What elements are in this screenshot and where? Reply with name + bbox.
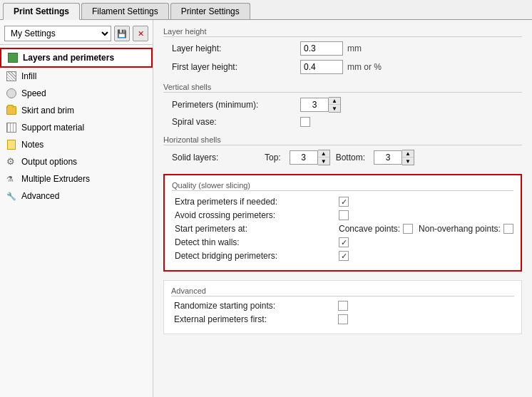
save-preset-button[interactable]: 💾 — [114, 26, 130, 41]
first-layer-height-row: First layer height: mm or % — [163, 60, 522, 74]
horizontal-shells-section: Horizontal shells Solid layers: Top: ▲ ▼… — [163, 135, 522, 165]
detect-thin-label: Detect thin walls: — [175, 237, 339, 247]
spiral-vase-checkbox[interactable] — [300, 117, 310, 127]
perimeters-input[interactable] — [300, 98, 329, 112]
tab-bar: Print Settings Filament Settings Printer… — [0, 0, 532, 20]
non-overhang-checkbox[interactable] — [503, 224, 513, 234]
preset-select[interactable]: My Settings — [4, 26, 111, 41]
external-first-row: External perimeters first: — [171, 314, 514, 324]
detect-thin-row: Detect thin walls: — [172, 237, 513, 247]
vertical-shells-title: Vertical shells — [163, 83, 522, 93]
top-spinner: ▲ ▼ — [290, 150, 330, 165]
avoid-crossing-row: Avoid crossing perimeters: — [172, 210, 513, 220]
tab-filament-settings[interactable]: Filament Settings — [81, 3, 169, 19]
sidebar-item-label: Speed — [21, 88, 46, 98]
sidebar-item-infill[interactable]: Infill — [0, 68, 153, 85]
sidebar-item-output-options[interactable]: ⚙ Output options — [0, 153, 153, 170]
sidebar-item-support-material[interactable]: Support material — [0, 119, 153, 136]
right-panel: Layer height Layer height: mm First laye… — [153, 20, 532, 397]
detect-thin-checkbox[interactable] — [339, 237, 349, 247]
advanced-section: Advanced Randomize starting points: Exte… — [163, 280, 522, 334]
wrench-icon: 🔧 — [6, 190, 17, 202]
layer-height-unit: mm — [347, 43, 362, 53]
speed-icon — [6, 88, 17, 99]
detect-bridging-checkbox[interactable] — [339, 251, 349, 261]
folder-icon — [6, 105, 17, 116]
main-window: Print Settings Filament Settings Printer… — [0, 0, 532, 397]
solid-layers-row: Solid layers: Top: ▲ ▼ Bottom: — [163, 150, 522, 165]
horizontal-shells-title: Horizontal shells — [163, 135, 522, 145]
start-perimeters-row: Start perimeters at: Concave points: Non… — [172, 224, 513, 234]
layer-height-input[interactable] — [300, 41, 343, 56]
perimeters-down-button[interactable]: ▼ — [329, 105, 340, 112]
extra-perimeters-checkbox[interactable] — [339, 197, 349, 207]
randomize-label: Randomize starting points: — [174, 301, 338, 311]
preset-row: My Settings 💾 ✕ — [0, 23, 153, 45]
first-layer-input[interactable] — [300, 60, 343, 74]
top-up-button[interactable]: ▲ — [318, 150, 329, 158]
detect-bridging-row: Detect bridging perimeters: — [172, 251, 513, 261]
extra-perimeters-label: Extra perimeters if needed: — [175, 197, 339, 207]
first-layer-label: First layer height: — [172, 62, 300, 72]
non-overhang-label: Non-overhang points: — [419, 224, 501, 234]
sidebar-item-label: Support material — [21, 123, 84, 133]
bottom-spinner-buttons: ▲ ▼ — [402, 150, 414, 165]
sidebar-item-multiple-extruders[interactable]: ⚗ Multiple Extruders — [0, 170, 153, 187]
bottom-label: Bottom: — [336, 153, 365, 163]
concave-label: Concave points: — [339, 224, 400, 234]
layer-height-title: Layer height — [163, 27, 522, 37]
tab-print-settings[interactable]: Print Settings — [3, 3, 80, 20]
perimeters-row: Perimeters (minimum): ▲ ▼ — [163, 97, 522, 113]
sidebar-item-label: Notes — [21, 140, 44, 150]
quality-title: Quality (slower slicing) — [172, 181, 513, 191]
first-layer-unit: mm or % — [347, 62, 382, 72]
perimeters-label: Perimeters (minimum): — [172, 100, 300, 110]
sidebar-item-label: Skirt and brim — [21, 105, 74, 115]
perimeters-spinner-buttons: ▲ ▼ — [329, 97, 341, 113]
spiral-vase-label: Spiral vase: — [172, 117, 300, 127]
bottom-down-button[interactable]: ▼ — [402, 158, 414, 165]
sidebar-item-label: Infill — [21, 71, 36, 81]
randomize-checkbox[interactable] — [338, 301, 348, 311]
avoid-crossing-checkbox[interactable] — [339, 210, 349, 220]
sidebar: My Settings 💾 ✕ Layers and perimeters In… — [0, 20, 153, 397]
extruder-icon: ⚗ — [6, 173, 17, 185]
solid-layers-inputs: Top: ▲ ▼ Bottom: ▲ — [265, 150, 414, 165]
remove-preset-button[interactable]: ✕ — [133, 26, 148, 41]
quality-section: Quality (slower slicing) Extra perimeter… — [163, 174, 522, 272]
top-down-button[interactable]: ▼ — [318, 158, 329, 165]
support-icon — [6, 122, 17, 133]
bottom-spinner: ▲ ▼ — [374, 150, 414, 165]
hatch-icon — [6, 71, 17, 82]
sidebar-item-layers-perimeters[interactable]: Layers and perimeters — [0, 48, 153, 68]
top-spinner-buttons: ▲ ▼ — [318, 150, 330, 165]
green-square-icon — [7, 52, 19, 63]
spiral-vase-row: Spiral vase: — [163, 117, 522, 127]
sidebar-item-advanced[interactable]: 🔧 Advanced — [0, 187, 153, 205]
sidebar-item-label: Layers and perimeters — [23, 53, 114, 63]
bottom-up-button[interactable]: ▲ — [402, 150, 414, 158]
sidebar-item-notes[interactable]: Notes — [0, 136, 153, 153]
perimeters-up-button[interactable]: ▲ — [329, 98, 340, 105]
layer-height-row: Layer height: mm — [163, 41, 522, 56]
extra-perimeters-row: Extra perimeters if needed: — [172, 197, 513, 207]
perimeters-spinner: ▲ ▼ — [300, 97, 341, 113]
external-first-label: External perimeters first: — [174, 314, 338, 324]
output-icon: ⚙ — [6, 156, 17, 167]
top-input[interactable] — [290, 150, 318, 165]
layer-height-section: Layer height Layer height: mm First laye… — [163, 27, 522, 74]
avoid-crossing-label: Avoid crossing perimeters: — [175, 210, 339, 220]
concave-checkbox[interactable] — [403, 224, 413, 234]
layer-height-label: Layer height: — [172, 43, 300, 53]
external-first-checkbox[interactable] — [338, 314, 348, 324]
detect-bridging-label: Detect bridging perimeters: — [175, 251, 339, 261]
bottom-input[interactable] — [374, 150, 402, 165]
sidebar-item-label: Multiple Extruders — [21, 174, 90, 184]
top-label: Top: — [265, 153, 281, 163]
tab-printer-settings[interactable]: Printer Settings — [170, 3, 250, 19]
sidebar-item-skirt-brim[interactable]: Skirt and brim — [0, 102, 153, 119]
start-perimeters-label: Start perimeters at: — [175, 224, 339, 234]
sidebar-item-label: Output options — [21, 157, 77, 167]
sidebar-item-label: Advanced — [21, 191, 59, 201]
sidebar-item-speed[interactable]: Speed — [0, 85, 153, 102]
